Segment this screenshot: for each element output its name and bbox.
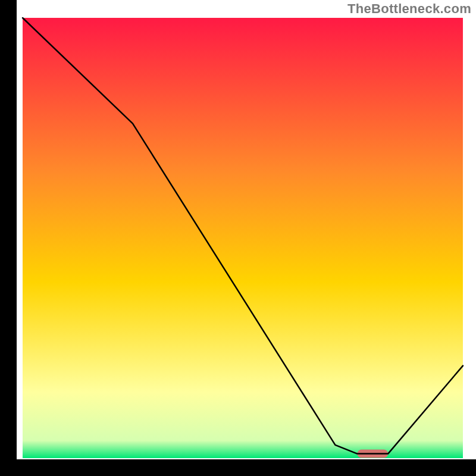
plot-background (23, 18, 463, 458)
chart-container: TheBottleneck.com (0, 0, 476, 476)
bottleneck-chart (0, 0, 476, 476)
